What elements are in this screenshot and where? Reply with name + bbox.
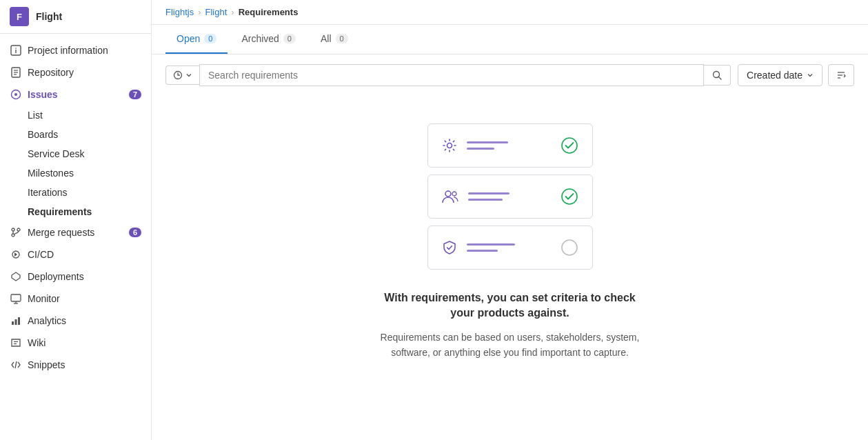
wiki-icon [10, 337, 22, 349]
merge-badge: 6 [129, 228, 141, 237]
filter-history-button[interactable] [165, 66, 199, 85]
svg-rect-17 [15, 319, 17, 325]
svg-rect-13 [11, 294, 21, 301]
monitor-icon [10, 292, 22, 305]
chevron-down-icon [807, 72, 814, 79]
sidebar-item-label: Snippets [28, 359, 65, 370]
sidebar: F Flight Project information [0, 0, 152, 440]
breadcrumb-current: Requirements [239, 7, 299, 17]
tab-open[interactable]: Open 0 [165, 25, 228, 54]
sidebar-item-label: Monitor [28, 293, 60, 304]
sidebar-item-issues[interactable]: Issues 7 [0, 83, 151, 106]
sort-order-button[interactable] [828, 64, 854, 86]
illustration [427, 123, 593, 270]
sidebar-sub-item-boards[interactable]: Boards [0, 125, 151, 144]
shield-icon [442, 240, 457, 255]
sidebar-item-monitor[interactable]: Monitor [0, 288, 151, 310]
green-check-icon-2 [561, 188, 578, 206]
svg-point-9 [12, 228, 14, 231]
toolbar: Created date [152, 54, 868, 96]
req-lines [467, 243, 515, 252]
info-icon [10, 44, 22, 57]
empty-state-description: Requirements can be based on users, stak… [365, 330, 655, 361]
search-icon [712, 70, 722, 80]
svg-point-33 [562, 240, 577, 255]
sidebar-item-cicd[interactable]: CI/CD [0, 243, 151, 266]
sidebar-item-wiki[interactable]: Wiki [0, 332, 151, 354]
breadcrumb: Flightjs › Flight › Requirements [152, 0, 868, 25]
search-input[interactable] [199, 64, 704, 86]
sidebar-item-repository[interactable]: Repository [0, 61, 151, 83]
issues-icon [10, 88, 22, 101]
req-lines [468, 192, 509, 201]
issues-sub-items: List Boards Service Desk Milestones Iter… [0, 106, 151, 221]
chevron-down-icon [185, 72, 192, 79]
history-icon [173, 70, 183, 80]
req-card-2 [427, 174, 593, 219]
sidebar-item-label: Project information [28, 45, 108, 56]
sidebar-nav: Project information Repository [0, 34, 151, 381]
analytics-icon [10, 314, 22, 327]
sidebar-sub-item-requirements[interactable]: Requirements [0, 202, 151, 221]
sidebar-item-label: Repository [28, 67, 74, 78]
gray-check-icon-3 [561, 239, 578, 257]
breadcrumb-flightjs[interactable]: Flightjs [165, 7, 194, 17]
sidebar-sub-item-list[interactable]: List [0, 106, 151, 125]
deployments-icon [10, 270, 22, 283]
sort-section: Created date [738, 64, 854, 86]
req-card-1 [427, 123, 593, 168]
svg-line-24 [719, 77, 722, 80]
sidebar-sub-item-iterations[interactable]: Iterations [0, 183, 151, 202]
people-icon [442, 189, 458, 204]
sort-order-icon [836, 70, 847, 81]
breadcrumb-flight[interactable]: Flight [205, 7, 228, 17]
merge-icon [10, 226, 22, 239]
empty-state: With requirements, you can set criteria … [152, 96, 868, 402]
sidebar-item-merge-requests[interactable]: Merge requests 6 [0, 221, 151, 243]
cicd-icon [10, 248, 22, 261]
req-card-left-2 [442, 189, 509, 204]
sidebar-item-snippets[interactable]: Snippets [0, 354, 151, 376]
project-avatar: F [10, 7, 29, 26]
svg-point-31 [452, 192, 456, 196]
req-lines [467, 141, 508, 150]
req-card-left-3 [442, 240, 515, 255]
sidebar-item-analytics[interactable]: Analytics [0, 310, 151, 332]
tabs-bar: Open 0 Archived 0 All 0 [152, 25, 868, 54]
svg-point-32 [562, 189, 577, 204]
tab-all[interactable]: All 0 [310, 25, 359, 54]
svg-point-1 [15, 48, 17, 49]
svg-point-29 [562, 138, 577, 153]
tab-archived[interactable]: Archived 0 [230, 25, 307, 54]
sidebar-item-label: Merge requests [28, 227, 94, 238]
sidebar-item-label: Deployments [28, 271, 84, 282]
gear-icon [442, 138, 457, 153]
main-content: Flightjs › Flight › Requirements Open 0 … [152, 0, 868, 440]
svg-point-28 [447, 143, 452, 148]
svg-point-11 [17, 228, 20, 231]
sidebar-item-label: Issues [28, 89, 58, 100]
sidebar-sub-item-milestones[interactable]: Milestones [0, 163, 151, 183]
search-button[interactable] [704, 65, 731, 86]
repo-icon [10, 66, 22, 79]
svg-point-30 [445, 191, 451, 197]
search-section [165, 64, 731, 86]
green-check-icon-1 [561, 137, 578, 154]
sidebar-item-label: Wiki [28, 337, 46, 348]
project-name: Flight [36, 11, 62, 22]
sidebar-item-project-info[interactable]: Project information [0, 39, 151, 61]
svg-rect-18 [18, 317, 20, 325]
empty-state-title: With requirements, you can set criteria … [372, 290, 648, 321]
req-card-left-1 [442, 138, 508, 153]
sort-dropdown[interactable]: Created date [738, 64, 822, 86]
sidebar-item-deployments[interactable]: Deployments [0, 266, 151, 288]
sidebar-sub-item-service-desk[interactable]: Service Desk [0, 144, 151, 163]
project-header[interactable]: F Flight [0, 0, 151, 34]
svg-point-8 [14, 93, 17, 96]
svg-rect-16 [12, 321, 14, 325]
snippets-icon [10, 359, 22, 371]
svg-line-21 [15, 361, 17, 368]
issues-badge: 7 [129, 90, 141, 99]
sidebar-item-label: CI/CD [28, 249, 54, 260]
sidebar-item-label: Analytics [28, 315, 66, 326]
